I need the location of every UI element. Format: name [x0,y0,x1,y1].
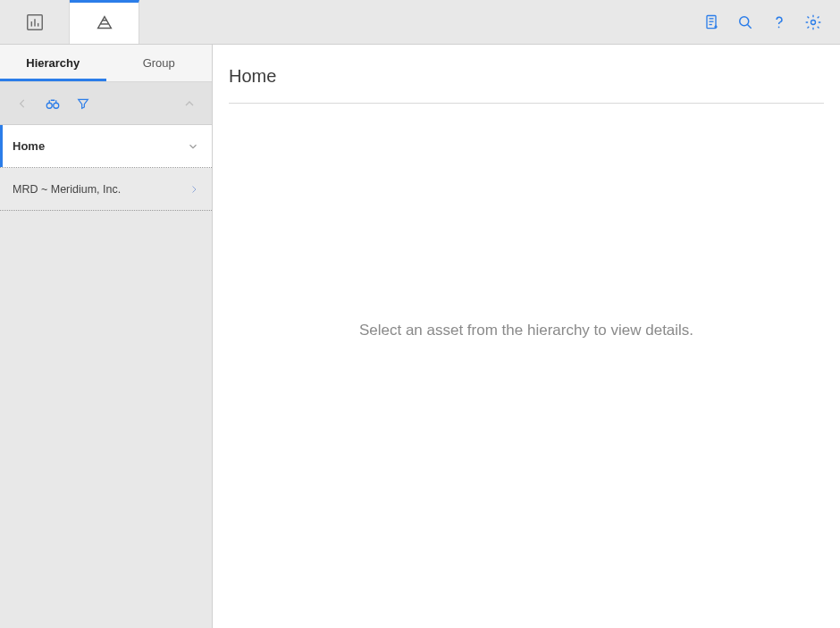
sidebar-tab-hierarchy[interactable]: Hierarchy [0,45,106,81]
sidebar-tab-label: Group [143,56,175,70]
svg-point-16 [46,103,52,108]
find-button[interactable] [39,90,66,117]
back-button [9,90,36,117]
sidebar-tab-label: Hierarchy [26,56,80,70]
topbar-spacer [139,0,695,44]
sidebar-toolbelt [0,82,212,125]
tab-hierarchy[interactable] [70,0,139,44]
sidebar-tab-group[interactable]: Group [106,45,213,81]
hierarchy-icon [95,13,114,33]
topbar [0,0,840,45]
empty-state-message: Select an asset from the hierarchy to vi… [229,104,824,628]
search-button[interactable] [729,6,761,38]
tab-dashboard[interactable] [0,0,70,44]
topbar-actions [695,0,840,44]
chevron-right-icon [189,184,199,195]
filter-icon [76,96,90,111]
svg-line-13 [748,24,752,28]
help-icon [770,13,788,31]
sidebar: Hierarchy Group [0,45,213,628]
svg-point-17 [54,103,59,108]
filter-button[interactable] [70,90,97,117]
collapse-button [176,90,203,117]
tree-home-row[interactable]: Home [0,125,212,168]
sidebar-tabs: Hierarchy Group [0,45,212,82]
search-icon [736,13,754,31]
settings-button[interactable] [797,6,829,38]
tree-home-label: Home [13,139,45,153]
chevron-down-icon [187,140,199,153]
tree-item[interactable]: MRD ~ Meridium, Inc. [0,168,212,211]
svg-point-15 [811,20,816,24]
gear-icon [804,13,822,31]
tree-item-label: MRD ~ Meridium, Inc. [13,183,121,196]
svg-point-12 [740,16,749,25]
content: Home Select an asset from the hierarchy … [213,45,840,628]
chevron-up-icon [182,96,197,111]
page-title: Home [229,66,824,104]
clipboard-button[interactable] [695,6,727,38]
chevron-left-icon [16,97,29,110]
svg-point-14 [778,26,780,28]
binoculars-icon [45,96,61,112]
help-button[interactable] [763,6,795,38]
dashboard-icon [25,13,45,32]
topbar-tabs [0,0,139,44]
clipboard-icon [702,13,720,31]
main: Hierarchy Group [0,45,840,628]
